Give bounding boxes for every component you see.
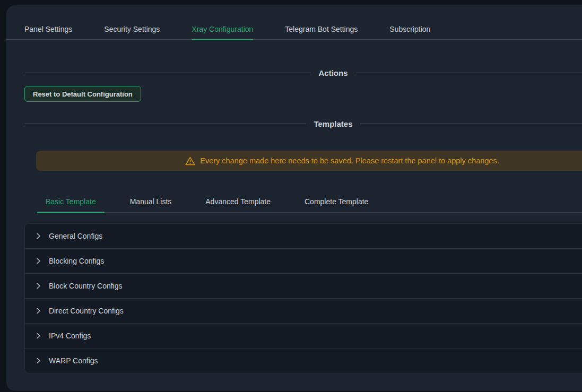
chevron-right-icon [36, 308, 41, 314]
accordion-item-direct-country-configs[interactable]: Direct Country Configs [25, 298, 582, 323]
settings-card: Panel Settings Security Settings Xray Co… [6, 5, 582, 391]
accordion-item-warp-configs[interactable]: WARP Configs [25, 348, 582, 373]
tab-xray-configuration[interactable]: Xray Configuration [192, 19, 253, 39]
tab-panel-settings[interactable]: Panel Settings [24, 19, 72, 39]
chevron-right-icon [36, 358, 41, 364]
configs-accordion: General Configs Blocking Configs Block C… [24, 223, 582, 373]
accordion-item-general-configs[interactable]: General Configs [25, 224, 582, 248]
tab-subscription[interactable]: Subscription [389, 19, 430, 39]
divider-line-right [360, 124, 582, 124]
actions-divider: Actions [6, 67, 582, 78]
chevron-right-icon [36, 333, 41, 339]
chevron-right-icon [36, 283, 41, 289]
accordion-item-blocking-configs[interactable]: Blocking Configs [25, 248, 582, 273]
tab-telegram-bot-settings[interactable]: Telegram Bot Settings [285, 19, 358, 39]
tab-basic-template[interactable]: Basic Template [37, 191, 105, 212]
accordion-item-ipv4-configs[interactable]: IPv4 Configs [25, 323, 582, 348]
accordion-item-label: Block Country Configs [49, 282, 123, 290]
templates-section-title: Templates [314, 119, 352, 128]
accordion-item-label: WARP Configs [49, 356, 98, 365]
divider-line-right [355, 73, 582, 73]
divider-line-left [24, 124, 306, 124]
chevron-right-icon [36, 258, 41, 264]
actions-section-title: Actions [319, 68, 348, 77]
warning-message: Every change made here needs to be saved… [200, 156, 499, 165]
template-tab-bar: Basic Template Manual Lists Advanced Tem… [37, 191, 582, 213]
warning-triangle-icon [185, 156, 195, 165]
restart-warning-alert: Every change made here needs to be saved… [36, 151, 582, 171]
accordion-item-label: Direct Country Configs [49, 307, 124, 315]
tab-security-settings[interactable]: Security Settings [104, 19, 160, 39]
divider-line-left [24, 73, 311, 73]
templates-divider: Templates [6, 118, 582, 129]
tab-advanced-template[interactable]: Advanced Template [197, 191, 279, 212]
accordion-item-label: General Configs [49, 232, 102, 240]
accordion-item-label: IPv4 Configs [49, 332, 91, 340]
accordion-item-label: Blocking Configs [49, 257, 104, 265]
accordion-item-block-country-configs[interactable]: Block Country Configs [25, 273, 582, 298]
reset-to-default-button[interactable]: Reset to Default Configuration [24, 86, 141, 102]
tab-manual-lists[interactable]: Manual Lists [121, 191, 180, 212]
settings-tab-bar: Panel Settings Security Settings Xray Co… [6, 19, 582, 40]
chevron-right-icon [36, 233, 41, 239]
tab-complete-template[interactable]: Complete Template [296, 191, 377, 212]
